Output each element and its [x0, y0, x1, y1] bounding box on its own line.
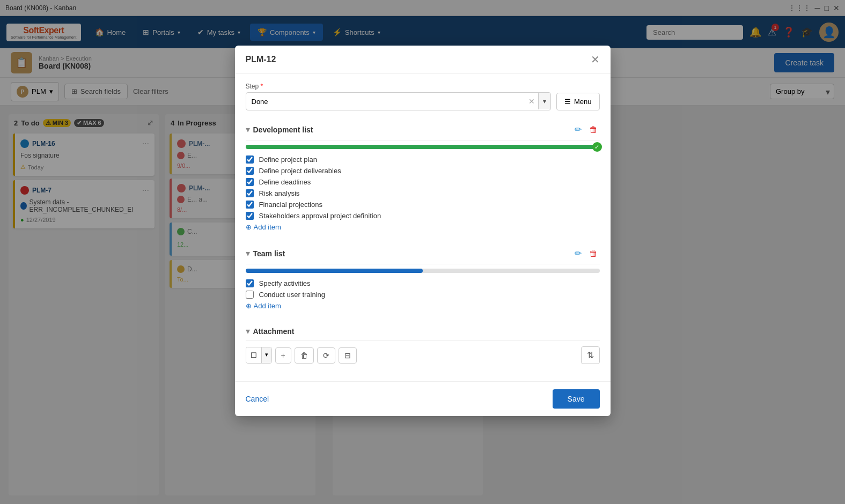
item-checkbox[interactable] — [246, 189, 254, 197]
step-group: Step * Done ✕ ▾ — [246, 83, 551, 110]
item-label: Risk analysis — [259, 189, 300, 197]
save-button[interactable]: Save — [553, 389, 600, 409]
list-item[interactable]: Define deadlines — [246, 178, 600, 186]
delete-team-button[interactable]: 🗑 — [587, 247, 600, 260]
step-select-wrap: Done ✕ ▾ — [246, 92, 551, 110]
collapse-icon: ▾ — [246, 124, 250, 135]
edit-team-button[interactable]: ✏ — [572, 247, 584, 260]
menu-icon: ☰ — [564, 98, 571, 106]
delete-attachment-button[interactable]: 🗑 — [295, 347, 314, 364]
item-checkbox[interactable] — [246, 212, 254, 220]
team-list-title: Team list — [253, 249, 569, 258]
team-checklist-items: Specify activities Conduct user training — [246, 279, 600, 299]
modal-footer: Cancel Save — [235, 381, 611, 416]
list-item[interactable]: Define project plan — [246, 155, 600, 164]
item-label: Define deadlines — [259, 178, 311, 186]
item-checkbox[interactable] — [246, 279, 254, 287]
checklist-actions: ✏ 🗑 — [572, 247, 600, 260]
collapse-icon: ▾ — [246, 248, 250, 258]
development-list-section: ▾ Development list ✏ 🗑 ✓ Define — [246, 119, 600, 234]
trash-icon: 🗑 — [300, 351, 308, 360]
list-item[interactable]: Define project deliverables — [246, 167, 600, 175]
item-checkbox[interactable] — [246, 167, 254, 175]
add-attachment-button[interactable]: + — [275, 347, 291, 364]
modal-close-button[interactable]: ✕ — [591, 54, 600, 65]
edit-list-button[interactable]: ✏ — [572, 123, 584, 136]
item-label: Financial projections — [259, 201, 323, 209]
item-checkbox[interactable] — [246, 201, 254, 209]
collapse-icon: ▾ — [246, 326, 250, 336]
sort-icon: ⇅ — [587, 351, 594, 360]
list-item[interactable]: Stakeholders approval project definition — [246, 212, 600, 220]
cancel-button[interactable]: Cancel — [246, 390, 269, 407]
modal-header: PLM-12 ✕ — [235, 46, 611, 74]
step-value: Done — [246, 93, 525, 110]
attachment-toolbar: ☐ ▾ + 🗑 ⟳ ⊟ ⇅ — [246, 346, 600, 364]
required-mark: * — [261, 83, 263, 90]
item-label: Conduct user training — [259, 291, 326, 299]
development-list-title: Development list — [253, 125, 569, 134]
item-checkbox[interactable] — [246, 178, 254, 186]
dev-checklist-items: Define project plan Define project deliv… — [246, 155, 600, 220]
step-clear-button[interactable]: ✕ — [525, 93, 538, 110]
step-row: Step * Done ✕ ▾ ☰ Menu — [246, 83, 600, 110]
step-caret-button[interactable]: ▾ — [538, 93, 550, 109]
delete-list-button[interactable]: 🗑 — [587, 123, 600, 136]
modal: PLM-12 ✕ Step * Done ✕ ▾ — [235, 46, 611, 416]
dev-progress-fill — [246, 145, 600, 149]
list-item[interactable]: Risk analysis — [246, 189, 600, 197]
team-progress-bar — [246, 269, 600, 273]
attachment-header[interactable]: ▾ Attachment — [246, 322, 600, 341]
modal-overlay: PLM-12 ✕ Step * Done ✕ ▾ — [0, 0, 845, 504]
item-label: Define project plan — [259, 155, 317, 164]
plus-icon: + — [281, 351, 285, 360]
item-checkbox[interactable] — [246, 155, 254, 164]
sort-attachment-button[interactable]: ⇅ — [581, 346, 600, 364]
list-item[interactable]: Financial projections — [246, 201, 600, 209]
team-list-section: ▾ Team list ✏ 🗑 Specify activities — [246, 243, 600, 313]
team-progress-fill — [246, 269, 423, 273]
dev-progress-bar: ✓ — [246, 145, 600, 149]
modal-body: Step * Done ✕ ▾ ☰ Menu ▾ — [235, 74, 611, 381]
screenshot-attachment-button[interactable]: ⊟ — [339, 347, 357, 364]
item-checkbox[interactable] — [246, 291, 254, 299]
modal-title: PLM-12 — [246, 55, 276, 64]
dev-progress-check: ✓ — [592, 142, 602, 152]
item-label: Stakeholders approval project definition — [259, 212, 381, 220]
attachment-title: Attachment — [253, 327, 600, 336]
checkbox-icon: ☐ — [246, 347, 261, 363]
screenshot-icon: ⊟ — [344, 351, 351, 360]
development-list-header[interactable]: ▾ Development list ✏ 🗑 — [246, 119, 600, 140]
add-team-item-button[interactable]: ⊕ Add item — [246, 299, 281, 313]
link-attachment-button[interactable]: ⟳ — [317, 347, 335, 364]
add-icon: ⊕ — [246, 223, 252, 231]
item-label: Define project deliverables — [259, 167, 341, 175]
link-icon: ⟳ — [323, 351, 329, 360]
menu-button[interactable]: ☰ Menu — [556, 93, 600, 110]
checklist-actions: ✏ 🗑 — [572, 123, 600, 136]
checkbox-dropdown: ☐ ▾ — [246, 347, 272, 364]
add-dev-item-button[interactable]: ⊕ Add item — [246, 220, 281, 234]
item-label: Specify activities — [259, 279, 311, 287]
team-list-header[interactable]: ▾ Team list ✏ 🗑 — [246, 243, 600, 264]
checkbox-dropdown-caret[interactable]: ▾ — [261, 347, 271, 363]
step-label: Step * — [246, 83, 551, 90]
list-item[interactable]: Conduct user training — [246, 291, 600, 299]
add-icon: ⊕ — [246, 302, 252, 310]
list-item[interactable]: Specify activities — [246, 279, 600, 287]
attachment-section: ▾ Attachment ☐ ▾ + 🗑 ⟳ — [246, 322, 600, 364]
